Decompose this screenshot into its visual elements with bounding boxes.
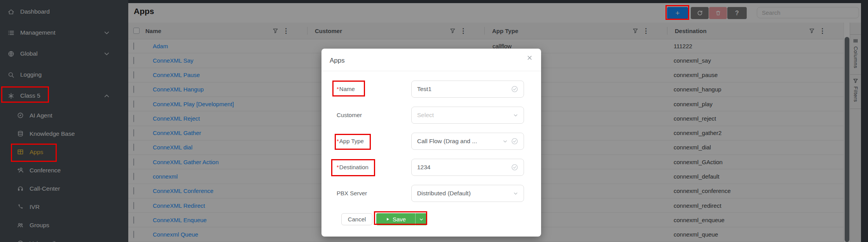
field-value: Distributed (Default)	[417, 190, 510, 197]
play-icon	[386, 217, 390, 221]
required-asterisk: *	[337, 164, 339, 170]
name-input[interactable]: Test1	[411, 81, 524, 98]
chevron-down-icon	[503, 139, 508, 144]
save-button[interactable]: Save	[376, 213, 427, 225]
customer-field-row: CustomerSelect	[321, 107, 541, 124]
check-circle-icon	[511, 86, 518, 93]
field-value: Call Flow (Drag and ...	[417, 138, 499, 145]
field-value: 1234	[417, 164, 508, 171]
pbx-server-select[interactable]: Distributed (Default)	[411, 185, 524, 202]
chevron-down-icon	[513, 113, 518, 118]
field-placeholder: Select	[417, 112, 510, 119]
check-circle-icon	[511, 164, 518, 171]
check-circle-icon	[511, 138, 518, 145]
chevron-down-icon	[513, 191, 518, 196]
app-type-select[interactable]: Call Flow (Drag and ...	[411, 133, 524, 150]
app-type-field-label: *App Type	[337, 133, 364, 150]
app-type-field-row: *App TypeCall Flow (Drag and ...	[321, 133, 541, 150]
cancel-button[interactable]: Cancel	[341, 213, 372, 225]
destination-field-row: *Destination1234	[321, 159, 541, 176]
apps-modal: Apps *NameTest1CustomerSelect*App TypeCa…	[321, 49, 541, 237]
chevron-down-icon	[419, 217, 424, 222]
customer-select[interactable]: Select	[411, 107, 524, 124]
field-value: Test1	[417, 86, 508, 93]
modal-footer: Cancel Save	[321, 213, 541, 225]
name-field-label: *Name	[337, 81, 355, 98]
modal-title: Apps	[330, 57, 345, 65]
close-icon[interactable]	[527, 55, 533, 61]
modal-divider	[321, 71, 541, 71]
save-dropdown-caret[interactable]	[415, 213, 427, 225]
modal-form: *NameTest1CustomerSelect*App TypeCall Fl…	[321, 81, 541, 211]
required-asterisk: *	[337, 86, 339, 92]
customer-field-label: Customer	[337, 107, 362, 124]
destination-field-label: *Destination	[337, 159, 369, 176]
pbx-server-field-row: PBX ServerDistributed (Default)	[321, 185, 541, 202]
pbx-server-field-label: PBX Server	[337, 185, 367, 202]
destination-input[interactable]: 1234	[411, 159, 524, 176]
required-asterisk: *	[337, 138, 339, 144]
name-field-row: *NameTest1	[321, 81, 541, 98]
